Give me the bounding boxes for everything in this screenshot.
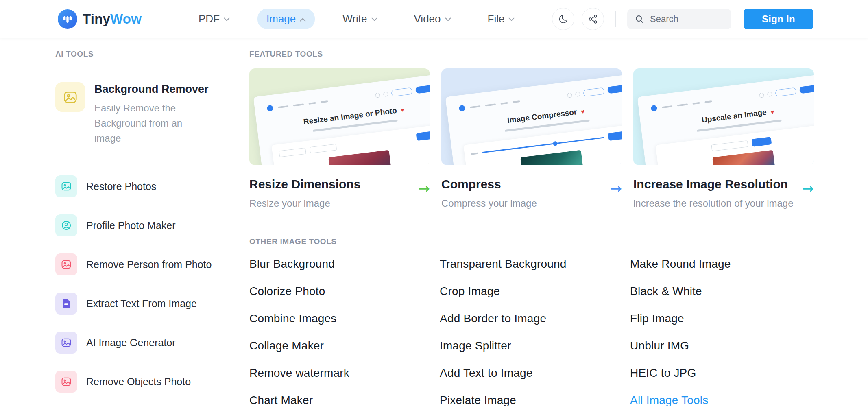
card-description: Resize your image bbox=[249, 198, 360, 209]
share-icon bbox=[588, 14, 598, 24]
nav-video-label: Video bbox=[414, 13, 441, 25]
sample-image bbox=[712, 150, 780, 165]
sidebar-item-label: Extract Text From Image bbox=[86, 298, 197, 310]
header-divider bbox=[615, 11, 616, 27]
brand-name: TinyWow bbox=[83, 11, 142, 27]
tool-link-transparent-background[interactable]: Transparent Background bbox=[440, 258, 630, 285]
nav-pdf-label: PDF bbox=[198, 13, 220, 25]
sidebar-divider bbox=[55, 158, 220, 158]
featured-card-increase-image-resolution[interactable]: Upscale an Image♥ bbox=[633, 68, 814, 209]
tool-link-make-round-image[interactable]: Make Round Image bbox=[630, 258, 820, 285]
sign-in-button[interactable]: Sign In bbox=[744, 9, 813, 29]
nav-write[interactable]: Write bbox=[334, 9, 386, 29]
resize-tool-thumbnail: Resize an Image or Photo♥ bbox=[249, 68, 430, 165]
featured-tool-description: Easily Remove the Background from an ima… bbox=[94, 100, 204, 146]
nav-pdf[interactable]: PDF bbox=[190, 9, 239, 29]
nav-file-label: File bbox=[488, 13, 505, 25]
image-tools-panel: FEATURED TOOLS bbox=[237, 38, 868, 415]
top-header: TinyWow PDF Image Write Video File bbox=[0, 0, 868, 38]
nav-file[interactable]: File bbox=[479, 9, 524, 29]
sample-image bbox=[520, 150, 588, 165]
sidebar-item-remove-person-from-photo[interactable]: Remove Person from Photo bbox=[55, 253, 220, 275]
tool-link-flip-image[interactable]: Flip Image bbox=[630, 312, 820, 339]
tool-link-combine-images[interactable]: Combine Images bbox=[249, 312, 440, 339]
sidebar-item-restore-photos[interactable]: Restore Photos bbox=[55, 175, 220, 197]
arrow-right-icon: → bbox=[419, 181, 430, 195]
nav-write-label: Write bbox=[342, 13, 367, 25]
sidebar-item-ai-image-generator[interactable]: AI Image Generator bbox=[55, 332, 220, 354]
sidebar-item-label: Remove Person from Photo bbox=[86, 259, 212, 271]
tinywow-logo-icon bbox=[58, 9, 77, 29]
tool-link-crop-image[interactable]: Crop Image bbox=[440, 285, 630, 312]
image-icon bbox=[55, 82, 85, 112]
featured-tools-title: FEATURED TOOLS bbox=[249, 50, 820, 59]
card-description: Compress your image bbox=[441, 198, 537, 209]
mini-logo-icon bbox=[459, 105, 466, 112]
card-title: Increase Image Resolution bbox=[633, 177, 794, 191]
tool-link-add-text-to-image[interactable]: Add Text to Image bbox=[440, 367, 630, 394]
compress-tool-thumbnail: Image Compressor♥ bbox=[441, 68, 622, 165]
sample-image bbox=[328, 150, 396, 165]
sidebar-section-title: AI TOOLS bbox=[55, 50, 220, 59]
card-title: Resize Dimensions bbox=[249, 177, 360, 191]
share-button[interactable] bbox=[582, 8, 604, 30]
arrow-right-icon: → bbox=[803, 181, 814, 195]
image-icon bbox=[55, 253, 77, 275]
other-image-tools-title: OTHER IMAGE TOOLS bbox=[249, 237, 820, 246]
chevron-up-icon bbox=[300, 17, 306, 22]
tool-link-image-splitter[interactable]: Image Splitter bbox=[440, 339, 630, 367]
tool-link-blur-background[interactable]: Blur Background bbox=[249, 258, 440, 285]
tool-link-pixelate-image[interactable]: Pixelate Image bbox=[440, 394, 630, 415]
mini-logo-icon bbox=[651, 105, 658, 112]
sidebar-item-label: Profile Photo Maker bbox=[86, 220, 176, 232]
primary-nav: PDF Image Write Video File bbox=[190, 9, 523, 29]
user-icon bbox=[55, 214, 77, 236]
mini-logo-icon bbox=[267, 105, 274, 112]
nav-video[interactable]: Video bbox=[405, 9, 460, 29]
tool-link-black-and-white[interactable]: Black & White bbox=[630, 285, 820, 312]
tool-link-remove-watermark[interactable]: Remove watermark bbox=[249, 367, 440, 394]
sidebar-item-extract-text-from-image[interactable]: Extract Text From Image bbox=[55, 293, 220, 315]
image-icon bbox=[55, 371, 77, 393]
tool-link-colorize-photo[interactable]: Colorize Photo bbox=[249, 285, 440, 312]
tool-link-unblur-img[interactable]: Unblur IMG bbox=[630, 339, 820, 367]
heart-icon: ♥ bbox=[580, 108, 585, 115]
sidebar-item-remove-objects-photo[interactable]: Remove Objects Photo bbox=[55, 371, 220, 393]
tool-link-heic-to-jpg[interactable]: HEIC to JPG bbox=[630, 367, 820, 394]
nav-image[interactable]: Image bbox=[257, 9, 315, 29]
card-title: Compress bbox=[441, 177, 537, 191]
tool-link-chart-maker[interactable]: Chart Maker bbox=[249, 394, 440, 415]
sidebar-item-profile-photo-maker[interactable]: Profile Photo Maker bbox=[55, 214, 220, 236]
brand-logo-link[interactable]: TinyWow bbox=[58, 9, 142, 29]
chevron-down-icon bbox=[445, 17, 451, 22]
search-input[interactable] bbox=[650, 14, 715, 24]
other-tools-grid: Blur Background Transparent Background M… bbox=[249, 258, 820, 415]
featured-card-resize-dimensions[interactable]: Resize an Image or Photo♥ bbox=[249, 68, 430, 209]
chevron-down-icon bbox=[224, 17, 230, 22]
moon-icon bbox=[558, 14, 569, 24]
tool-link-collage-maker[interactable]: Collage Maker bbox=[249, 339, 440, 367]
sidebar-item-background-remover[interactable]: Background Remover Easily Remove the Bac… bbox=[55, 82, 220, 146]
upscale-tool-thumbnail: Upscale an Image♥ bbox=[633, 68, 814, 165]
ai-tools-sidebar: AI TOOLS Background Remover Easily Remov… bbox=[0, 38, 237, 415]
chevron-down-icon bbox=[508, 17, 515, 22]
header-actions: Sign In bbox=[552, 8, 813, 30]
featured-cards: Resize an Image or Photo♥ bbox=[249, 68, 820, 209]
tinywow-image-menu-page: TinyWow PDF Image Write Video File bbox=[0, 0, 868, 415]
nav-image-label: Image bbox=[266, 13, 296, 25]
heart-icon: ♥ bbox=[401, 107, 405, 114]
document-icon bbox=[55, 293, 77, 315]
tool-link-add-border-to-image[interactable]: Add Border to Image bbox=[440, 312, 630, 339]
search-box[interactable] bbox=[627, 9, 731, 29]
search-icon bbox=[635, 14, 644, 24]
sidebar-item-label: AI Image Generator bbox=[86, 337, 176, 349]
sidebar-item-label: Restore Photos bbox=[86, 181, 156, 192]
featured-card-compress[interactable]: Image Compressor♥ bbox=[441, 68, 622, 209]
image-icon bbox=[55, 332, 77, 354]
arrow-right-icon: → bbox=[611, 181, 622, 195]
section-divider bbox=[249, 225, 820, 225]
theme-toggle-button[interactable] bbox=[552, 8, 574, 30]
tool-link-all-image-tools[interactable]: All Image Tools bbox=[630, 394, 820, 415]
card-description: increase the resolution of your image bbox=[633, 198, 794, 209]
sidebar-item-label: Remove Objects Photo bbox=[86, 376, 191, 388]
